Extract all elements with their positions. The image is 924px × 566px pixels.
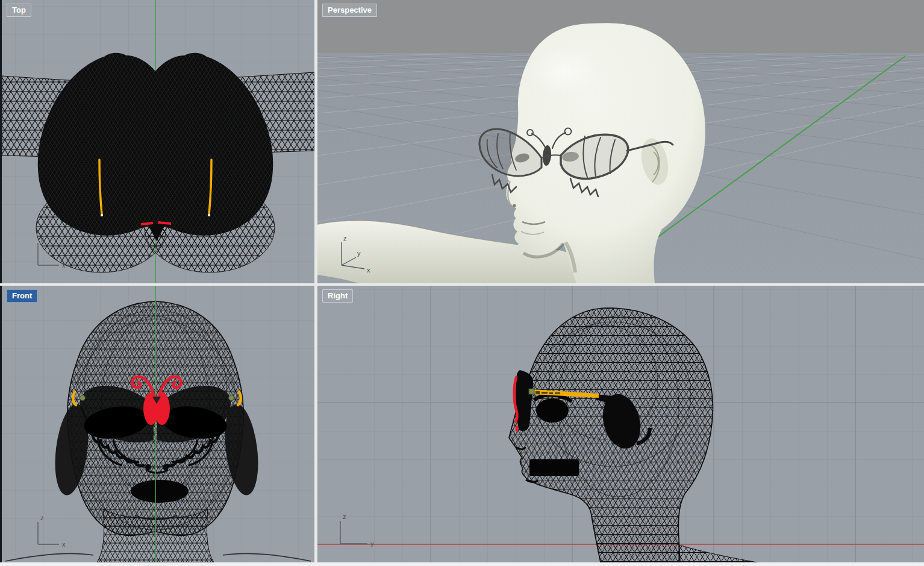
top-viewport-canvas[interactable]: y x: [2, 0, 314, 283]
mouth-front: [131, 480, 189, 503]
axis-label-z: z: [343, 234, 347, 242]
hinge-dot-left: [80, 395, 86, 401]
axis-label-z: z: [343, 513, 346, 520]
head-specular-highlight: [528, 47, 601, 95]
axis-label-y: y: [370, 540, 374, 547]
viewport-title-perspective[interactable]: Perspective: [322, 4, 377, 17]
perspective-viewport-canvas[interactable]: z y x: [317, 0, 924, 283]
axis-label-x: x: [367, 266, 370, 274]
window-bottom-strip: [0, 562, 924, 566]
hinge-dot-right: [229, 395, 234, 401]
hinge-dot-right-view: [529, 389, 534, 394]
viewport-title-top[interactable]: Top: [7, 4, 31, 17]
viewport-top[interactable]: y x Top: [2, 0, 314, 283]
temple-endpoint-dot: [208, 214, 210, 216]
viewport-perspective[interactable]: z y x Perspective: [317, 0, 924, 283]
axis-label-y: y: [357, 250, 361, 257]
viewport-divider-horizontal[interactable]: [0, 283, 924, 286]
eye-right-view: [536, 398, 569, 423]
front-viewport-canvas[interactable]: z x: [2, 286, 314, 562]
axis-label-x: x: [62, 541, 66, 548]
wireframe-bust-top-view: [2, 53, 314, 272]
mouth-right-view: [529, 459, 579, 476]
axis-label-y: y: [40, 235, 44, 242]
temple-endpoint-dot: [101, 214, 103, 216]
window-left-edge: [0, 0, 2, 562]
axis-label-z: z: [40, 514, 44, 521]
viewport-front[interactable]: z x Front: [2, 286, 314, 562]
viewport-title-front[interactable]: Front: [7, 289, 37, 303]
viewport-divider-vertical[interactable]: [314, 0, 317, 562]
viewport-right[interactable]: z y Right: [317, 286, 924, 562]
axis-label-x: x: [62, 262, 66, 269]
right-viewport-canvas[interactable]: z y: [317, 286, 924, 562]
viewport-title-right[interactable]: Right: [322, 289, 353, 303]
modeling-app-screen: y x Top: [0, 0, 924, 566]
